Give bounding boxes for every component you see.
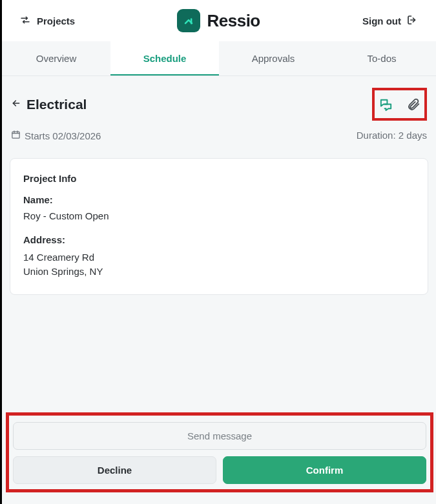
address-line2: Union Springs, NY: [23, 265, 415, 279]
projects-link[interactable]: Projects: [20, 15, 75, 27]
chat-icon[interactable]: [379, 97, 393, 112]
signout-label: Sign out: [362, 15, 401, 26]
swap-icon: [20, 15, 30, 27]
confirm-button[interactable]: Confirm: [223, 456, 426, 484]
topbar: Projects Ressio Sign out: [2, 0, 436, 41]
address-line1: 14 Creamery Rd: [23, 250, 415, 265]
name-label: Name:: [23, 194, 415, 205]
starts-text: Starts 02/03/2026: [25, 130, 101, 141]
footer-actions-highlight: Send message Decline Confirm: [6, 412, 433, 492]
tab-todos[interactable]: To-dos: [327, 41, 436, 76]
address-label: Address:: [23, 234, 415, 245]
header-actions-highlight: [372, 88, 427, 121]
duration-text: Duration: 2 days: [357, 130, 427, 141]
project-info-card: Project Info Name: Roy - Custom Open Add…: [10, 158, 428, 295]
tabs: Overview Schedule Approvals To-dos: [2, 41, 436, 76]
tab-overview[interactable]: Overview: [2, 41, 110, 76]
signout-link[interactable]: Sign out: [362, 14, 418, 28]
page-title: Electrical: [26, 97, 87, 112]
name-value: Roy - Custom Open: [23, 210, 415, 221]
back-arrow-icon[interactable]: [11, 98, 21, 110]
decline-button[interactable]: Decline: [13, 456, 216, 484]
project-info-heading: Project Info: [23, 173, 415, 184]
brand[interactable]: Ressio: [177, 9, 260, 32]
brand-name: Ressio: [207, 11, 260, 31]
svg-rect-0: [12, 132, 19, 138]
projects-label: Projects: [37, 15, 75, 26]
send-message-input[interactable]: Send message: [13, 422, 426, 450]
page-header: Electrical Starts: [2, 76, 436, 149]
tab-schedule[interactable]: Schedule: [110, 41, 219, 76]
signout-icon: [406, 14, 418, 28]
tab-approvals[interactable]: Approvals: [219, 41, 327, 76]
brand-logo-icon: [177, 9, 200, 32]
calendar-icon: [11, 130, 21, 141]
attachment-icon[interactable]: [406, 97, 420, 112]
